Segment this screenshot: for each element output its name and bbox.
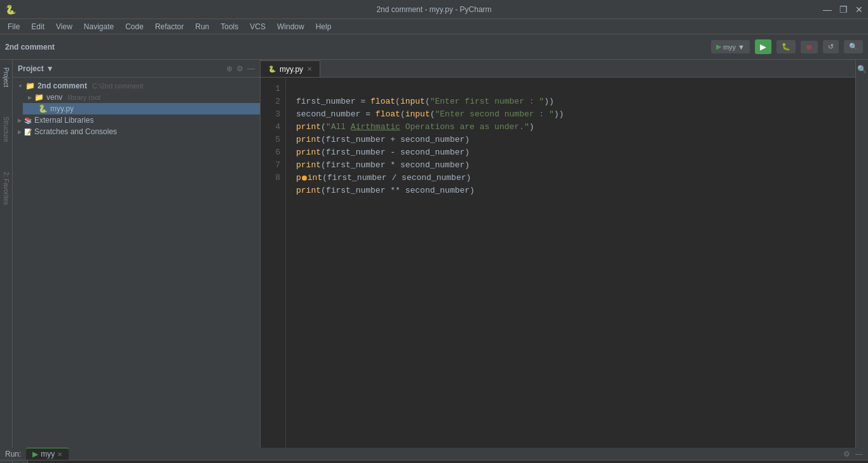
menu-view[interactable]: View (51, 21, 78, 32)
code-line-7: pint(first_number / second_number) (296, 173, 471, 183)
project-header-left: Project ▼ (18, 64, 54, 73)
toolbar-right: ▶ myy ▼ ▶ 🐛 ⏹ ↺ 🔍 (711, 39, 863, 54)
bottom-tab-bar-left: Run: ▶ myy ✕ (5, 448, 69, 460)
tree-item-venv[interactable]: ▶ 📁 venv library root (23, 92, 260, 103)
menu-tools[interactable]: Tools (215, 21, 243, 32)
line-num-6: 6 (261, 146, 280, 159)
console-output: All Airthmatic Operations are as under. … (28, 460, 868, 463)
menu-refactor[interactable]: Refactor (150, 21, 189, 32)
tab-label: myy.py (280, 65, 303, 74)
tree-item-scratches[interactable]: ▶ 📝 Scratches and Consoles (13, 126, 260, 137)
menu-run[interactable]: Run (190, 21, 214, 32)
run-tab-icon: ▶ (32, 450, 38, 459)
menu-help[interactable]: Help (311, 21, 337, 32)
code-line-1: first_number = float(input("Enter first … (296, 97, 554, 106)
toolbar: 2nd comment ▶ myy ▼ ▶ 🐛 ⏹ ↺ 🔍 (0, 34, 868, 60)
close-panel-icon[interactable]: — (855, 450, 863, 459)
code-line-6: print(first_number * second_number) (296, 160, 470, 170)
project-header-right: ⊕ ⚙ — (226, 64, 255, 73)
editor-tab-bar: 🐍 myy.py ✕ (261, 60, 855, 78)
bottom-content: 7: Structure ▶ ⬆ ≡ ⇅ 📌 🖨 🗑 All Airthmati… (0, 460, 868, 463)
tree-venv-path: library root (67, 93, 100, 101)
line-num-1: 1 (261, 83, 280, 95)
menu-window[interactable]: Window (272, 21, 309, 32)
menu-edit[interactable]: Edit (26, 21, 50, 32)
code-line-3: print("All Airthmatic Operations are as … (296, 122, 534, 132)
project-tree: ▼ 📁 2nd comment C:\2nd comment ▶ 📁 venv … (13, 78, 260, 448)
library-icon: 📚 (24, 117, 32, 124)
tree-root-path: C:\2nd comment (92, 82, 144, 90)
run-config-selector[interactable]: ▶ myy ▼ (711, 40, 750, 53)
stop-button[interactable]: ⏹ (801, 41, 818, 53)
chevron-down-icon: ▼ (18, 83, 23, 89)
favorites-sidebar-toggle[interactable]: 2: Favorites (1, 167, 11, 210)
bottom-tab-settings: ⚙ — (843, 450, 863, 459)
bottom-tab-bar: Run: ▶ myy ✕ ⚙ — (0, 448, 868, 460)
tab-close-button[interactable]: ✕ (307, 66, 312, 73)
menu-bar: File Edit View Navigate Code Refactor Ru… (0, 19, 868, 34)
folder-icon: 📁 (34, 93, 44, 102)
structure-sidebar-toggle[interactable]: Structure (1, 111, 11, 148)
line-num-3: 3 (261, 108, 280, 121)
bottom-run-toolbar: ▶ ⬆ ≡ ⇅ 📌 🖨 🗑 (13, 460, 28, 463)
project-sidebar-toggle[interactable]: Project (1, 62, 11, 92)
main-layout: Project Structure 2: Favorites Project ▼… (0, 60, 868, 448)
menu-navigate[interactable]: Navigate (79, 21, 119, 32)
python-file-icon: 🐍 (38, 104, 48, 113)
window-title: 2nd comment - myy.py - PyCharm (376, 5, 491, 14)
left-side-icons: Project Structure 2: Favorites (0, 60, 13, 448)
tree-item-external-libraries[interactable]: ▶ 📚 External Libraries (13, 114, 260, 126)
minimize-panel-icon[interactable]: — (247, 64, 255, 73)
code-line-4: print(first_number + second_number) (296, 135, 470, 144)
tab-file-icon: 🐍 (268, 66, 276, 73)
project-label: 2nd comment (5, 43, 55, 52)
toolbar-left: 2nd comment (5, 43, 55, 52)
close-button[interactable]: ✕ (855, 4, 863, 15)
tree-myy-label: myy.py (50, 104, 74, 113)
tree-root-label: 2nd comment (37, 81, 87, 90)
bottom-left-icons: 7: Structure (0, 460, 13, 463)
chevron-right-icon: ▶ (18, 129, 22, 135)
run-tab-label: myy (41, 450, 55, 459)
tab-myy-py[interactable]: 🐍 myy.py ✕ (261, 60, 320, 77)
chevron-right-icon: ▶ (28, 95, 32, 100)
menu-vcs[interactable]: VCS (245, 21, 271, 32)
run-label: Run: (5, 450, 21, 459)
run-button[interactable]: ▶ (755, 39, 771, 54)
code-line-2: second_number = float(input("Enter secon… (296, 109, 564, 119)
title-bar-left: 🐍 (5, 4, 16, 15)
settings-icon[interactable]: ⚙ (843, 450, 850, 459)
add-icon[interactable]: ⊕ (226, 64, 233, 73)
title-bar-center: 2nd comment - myy.py - PyCharm (376, 5, 491, 14)
line-numbers: 1 2 3 4 5 6 7 8 (261, 78, 286, 448)
line-num-4: 4 (261, 121, 280, 134)
code-editor[interactable]: 1 2 3 4 5 6 7 8 first_number = float(inp… (261, 78, 855, 448)
tree-extlib-label: External Libraries (34, 116, 93, 125)
tree-item-myy-py[interactable]: 🐍 myy.py (23, 103, 260, 114)
bottom-tab-run[interactable]: ▶ myy ✕ (26, 448, 69, 460)
chevron-right-icon: ▶ (18, 118, 22, 123)
project-header-label: Project (18, 64, 44, 73)
debug-button[interactable]: 🐛 (776, 40, 796, 53)
minimize-button[interactable]: — (823, 4, 832, 15)
maximize-button[interactable]: ❐ (839, 4, 848, 15)
run-tab-close[interactable]: ✕ (57, 451, 62, 458)
code-content[interactable]: first_number = float(input("Enter first … (286, 78, 855, 448)
tree-item-root[interactable]: ▼ 📁 2nd comment C:\2nd comment (13, 80, 260, 92)
search-everywhere-button[interactable]: 🔍 (844, 40, 863, 53)
right-search-icon[interactable]: 🔍 (855, 62, 868, 76)
run-config-label: myy (723, 43, 736, 51)
project-panel: Project ▼ ⊕ ⚙ — ▼ 📁 2nd comment C:\2nd c… (13, 60, 261, 448)
right-side-icons: 🔍 (855, 60, 868, 448)
scratch-icon: 📝 (24, 128, 32, 135)
menu-file[interactable]: File (3, 21, 25, 32)
settings-icon[interactable]: ⚙ (236, 64, 243, 73)
dropdown-icon: ▼ (738, 43, 745, 51)
menu-code[interactable]: Code (120, 21, 149, 32)
tree-scratches-label: Scratches and Consoles (34, 127, 117, 136)
line-num-8: 8 (261, 172, 280, 184)
line-num-2: 2 (261, 95, 280, 108)
title-bar-right: — ❐ ✕ (823, 4, 863, 15)
rerun-button[interactable]: ↺ (823, 40, 839, 53)
tree-venv-label: venv (46, 93, 62, 102)
